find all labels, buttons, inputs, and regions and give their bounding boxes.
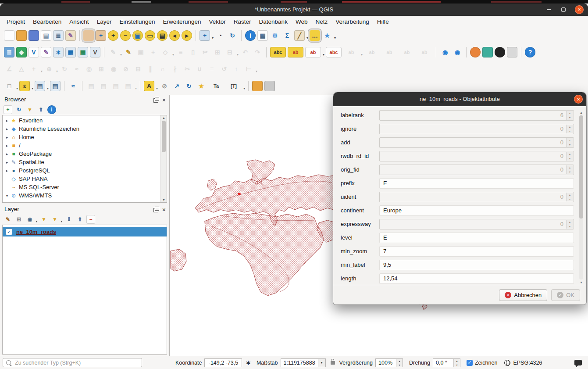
labeling-options-icon[interactable]: A — [144, 81, 154, 91]
layout-manager-icon[interactable]: ≣ — [53, 30, 64, 41]
browser-item-postgresql[interactable]: ▸●PostgreSQL — [3, 166, 160, 175]
plugin-layers-icon[interactable] — [482, 47, 493, 57]
measure-icon[interactable]: ╱ — [294, 30, 305, 41]
spin-up-icon[interactable]: ▴ — [396, 359, 403, 363]
style-manager-icon[interactable]: ✎ — [65, 30, 76, 41]
new-shapefile-layer-icon[interactable]: V — [29, 47, 39, 57]
browser-item-spatialite[interactable]: ▸✎SpatiaLite — [3, 158, 160, 166]
text-annotation-icon[interactable]: [T] — [226, 81, 242, 91]
maximize-button[interactable] — [559, 5, 568, 14]
open-layer-styling-icon[interactable]: ✎ — [4, 215, 12, 224]
menu-datenbank[interactable]: Datenbank — [255, 17, 292, 26]
browser-item-ms-sql-server[interactable]: ~MS SQL-Server — [3, 183, 160, 191]
remove-layer-icon[interactable]: − — [86, 215, 95, 224]
browser-item-spatial-bookmarks[interactable]: ▸◆Räumliche Lesezeichen — [3, 125, 160, 133]
map-tips-icon[interactable]: … — [310, 30, 320, 41]
statistical-summary-icon[interactable]: Σ — [282, 30, 292, 41]
crs-globe-icon[interactable] — [504, 360, 510, 366]
expand-arrow-icon[interactable]: ▸ — [4, 152, 10, 156]
identify-features-icon[interactable]: i — [245, 30, 256, 41]
rotate-label-tool-icon[interactable]: ↻ — [184, 81, 194, 91]
change-label-properties-icon[interactable]: ★ — [196, 81, 207, 91]
close-button[interactable]: × — [575, 5, 584, 14]
menu-web[interactable]: Web — [292, 17, 312, 26]
coordinate-input[interactable] — [204, 358, 242, 367]
minimize-button[interactable] — [544, 5, 553, 14]
offline-editing-icon[interactable] — [264, 81, 275, 91]
toggle-editing-icon[interactable]: ✎ — [123, 47, 134, 57]
temporal-controller-icon[interactable]: ◔ — [215, 30, 225, 41]
min-zoom-field[interactable]: 7 — [379, 246, 574, 257]
manage-map-themes-icon[interactable]: ◉ — [25, 215, 34, 224]
geocode-globe-icon[interactable]: ◉ — [452, 47, 463, 57]
filter-browser-icon[interactable]: ▼ — [25, 105, 34, 114]
menu-bearbeiten[interactable]: Bearbeiten — [29, 17, 65, 26]
collapse-all-icon[interactable]: ⇑ — [36, 105, 45, 114]
export-map-icon[interactable] — [507, 47, 517, 57]
pin-unpin-labels-icon[interactable]: ⊘ — [159, 81, 170, 91]
new-spatialite-layer-icon[interactable]: ✎ — [41, 47, 51, 57]
scroll-thumb[interactable] — [162, 121, 166, 152]
add-selected-layers-icon[interactable]: + — [4, 105, 12, 114]
metasearch-globe-icon[interactable]: ◉ — [440, 47, 450, 57]
spin-down-icon[interactable]: ▾ — [396, 363, 403, 367]
new-mesh-layer-icon[interactable]: ▦ — [65, 47, 76, 57]
pin-labels-icon[interactable]: ab — [305, 47, 321, 57]
titlebar[interactable]: *Unbenanntes Projekt — QGIS × — [0, 4, 588, 16]
browser-item-home[interactable]: ▸⌂Home — [3, 133, 160, 141]
dialog-close-button[interactable]: × — [574, 95, 583, 104]
expand-arrow-icon[interactable]: ▸ — [4, 135, 10, 140]
browser-item-wms-wmts[interactable]: ▾⊕WMS/WMTS — [3, 191, 160, 200]
db-manager-icon[interactable] — [252, 81, 263, 91]
zoom-last-icon[interactable]: ◂ — [169, 30, 180, 41]
cancel-button[interactable]: × Abbrechen — [499, 289, 547, 301]
collapse-all-layers-icon[interactable]: ⇑ — [75, 215, 84, 224]
scale-combobox[interactable]: 1:119175888 ▾ — [281, 358, 326, 367]
scroll-thumb[interactable] — [579, 115, 583, 219]
spin-down-icon[interactable]: ▾ — [454, 363, 460, 367]
min-label-field[interactable]: 9,5 — [379, 260, 574, 270]
menu-erweiterungen[interactable]: Erweiterungen — [159, 17, 205, 26]
menu-ansicht[interactable]: Ansicht — [65, 17, 93, 26]
processing-toolbox-icon[interactable]: ⚙ — [270, 30, 280, 41]
panel-close-icon[interactable]: × — [162, 98, 166, 102]
help-contents-icon[interactable]: ? — [525, 47, 535, 57]
prefix-field[interactable]: E — [379, 178, 574, 189]
layer-diagram-icon[interactable]: ab — [288, 47, 303, 57]
dialog-titlebar[interactable]: ne_10m_roads - Objektattribute × — [333, 92, 586, 106]
spin-up-icon[interactable]: ▴ — [454, 359, 460, 363]
expand-arrow-icon[interactable]: ▸ — [4, 127, 10, 131]
open-project-icon[interactable] — [16, 30, 27, 41]
scroll-track[interactable] — [161, 153, 167, 197]
layer-item-ne-10m-roads[interactable]: ✓ne_10m_roads — [3, 227, 167, 236]
item-properties-icon[interactable]: i — [47, 105, 56, 114]
browser-item-sap-hana[interactable]: ◇SAP HANA — [3, 175, 160, 183]
rotation-spin-buttons[interactable]: ▴▾ — [453, 359, 460, 367]
messages-icon[interactable] — [574, 360, 582, 365]
pan-map-icon[interactable] — [83, 30, 94, 41]
refresh-map-icon[interactable]: ↻ — [227, 30, 238, 41]
expand-all-icon[interactable]: ⇓ — [64, 215, 73, 224]
menu-hilfe[interactable]: Hilfe — [373, 17, 393, 26]
scale-lock-icon[interactable] — [331, 361, 335, 365]
continent-field[interactable]: Europe — [379, 205, 574, 216]
undock-icon[interactable] — [153, 98, 158, 103]
move-label-diagram-icon[interactable]: ↗ — [171, 81, 182, 91]
refresh-browser-icon[interactable]: ↻ — [14, 105, 23, 114]
zoom-to-selection-icon[interactable]: ▭ — [145, 30, 155, 41]
new-temporary-scratch-layer-icon[interactable]: ∗ — [53, 47, 64, 57]
deselect-features-icon[interactable]: ▤ — [50, 81, 61, 91]
undock-icon[interactable] — [153, 208, 158, 212]
magnifier-spinbox[interactable]: 100% ▴▾ — [375, 358, 403, 367]
scroll-up-icon[interactable]: ▲ — [162, 115, 165, 120]
render-checkbox[interactable]: ✓ — [467, 360, 473, 366]
elevation-profile-icon[interactable]: ≈ — [68, 81, 78, 91]
add-group-icon[interactable]: ⊞ — [14, 215, 23, 224]
open-attribute-table-icon[interactable]: ▦ — [257, 30, 268, 41]
text-attributes-icon[interactable]: Ta — [208, 81, 224, 91]
scroll-down-icon[interactable]: ▼ — [580, 280, 583, 284]
browser-item-favorites[interactable]: ▸★Favoriten — [3, 116, 160, 125]
select-by-value-icon[interactable]: ▤ — [35, 81, 45, 91]
expand-arrow-icon[interactable]: ▸ — [4, 160, 10, 165]
zoom-out-icon[interactable]: − — [120, 30, 131, 41]
